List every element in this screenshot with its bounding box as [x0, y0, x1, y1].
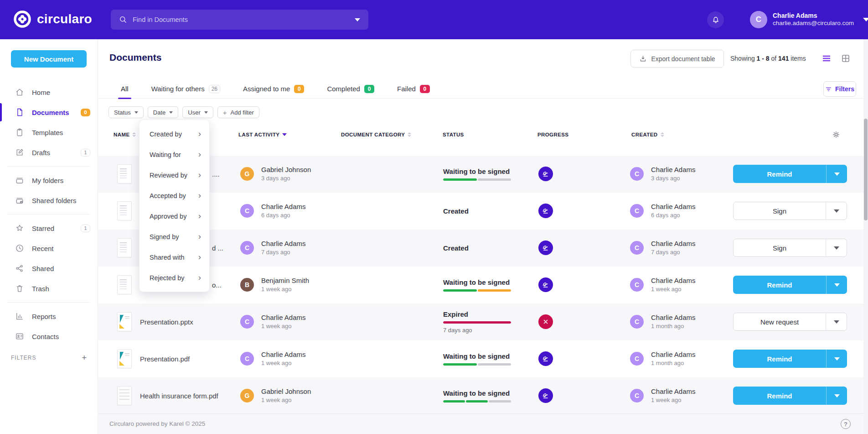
column-label: PROGRESS	[537, 132, 568, 137]
column-settings-gear-icon[interactable]	[832, 130, 841, 139]
scrollbar-thumb[interactable]	[864, 119, 868, 220]
action-remind-button[interactable]: Remind	[733, 276, 826, 294]
menu-item-waiting-for[interactable]: Waiting for›	[140, 144, 209, 165]
filter-chip-date[interactable]: Date	[148, 106, 178, 118]
column-header-document-category[interactable]: DOCUMENT CATEGORY	[341, 132, 411, 137]
menu-item-accepted-by[interactable]: Accepted by›	[140, 185, 209, 206]
document-row[interactable]: o... B Benjamin Smith 1 week ago Waiting…	[98, 267, 868, 303]
action-remind-button[interactable]: Remind	[733, 165, 826, 183]
progress-signature-icon	[538, 388, 553, 403]
sidebar-item-documents[interactable]: Documents0	[0, 102, 98, 122]
chevron-down-icon	[169, 111, 173, 114]
tab-all[interactable]: All	[121, 79, 129, 99]
document-thumbnail-icon	[117, 386, 132, 405]
brand-logo[interactable]: circularo	[14, 10, 92, 28]
sidebar-item-shared[interactable]: Shared	[0, 258, 98, 278]
status-label: Waiting to be signed	[443, 389, 516, 397]
action-sign-button[interactable]: Sign	[734, 239, 826, 256]
column-header-progress[interactable]: PROGRESS	[537, 132, 568, 137]
grid-view-button[interactable]	[841, 54, 850, 63]
document-name: Health insurance form.pdf	[140, 377, 218, 414]
progress-signature-icon	[538, 277, 553, 292]
sidebar-item-reports[interactable]: Reports	[0, 306, 98, 326]
global-search[interactable]	[111, 10, 368, 30]
status-progress-bar	[443, 321, 511, 324]
showing-total: 141	[778, 55, 789, 62]
search-scope-caret-icon[interactable]	[355, 18, 360, 21]
add-saved-filter-button[interactable]: +	[82, 354, 87, 362]
tab-failed[interactable]: Failed0	[397, 79, 430, 99]
menu-item-created-by[interactable]: Created by›	[140, 124, 209, 144]
action-remind-button[interactable]: Remind	[733, 350, 826, 368]
add-filter-button[interactable]: +Add filter	[217, 106, 259, 118]
column-header-last-activity[interactable]: LAST ACTIVITY	[238, 132, 287, 137]
progress-segment-orange	[478, 289, 512, 292]
tab-waiting-for-others[interactable]: Waiting for others26	[151, 79, 220, 99]
column-header-name[interactable]: NAME	[114, 132, 136, 137]
folder-shared-icon	[15, 196, 24, 205]
caret-down-icon	[834, 246, 839, 250]
sidebar-item-contacts[interactable]: Contacts	[0, 326, 98, 346]
menu-item-approved-by[interactable]: Approved by›	[140, 206, 209, 226]
column-header-created[interactable]: CREATED	[631, 132, 664, 137]
search-input[interactable]	[133, 16, 355, 23]
last-activity-avatar: B	[240, 278, 254, 292]
sidebar-item-trash[interactable]: Trash	[0, 278, 98, 298]
sidebar-item-recent[interactable]: Recent	[0, 238, 98, 258]
sidebar-item-starred[interactable]: Starred1	[0, 218, 98, 238]
created-avatar: C	[630, 204, 644, 218]
document-row[interactable]: d ... C Charlie Adams 7 days ago Created…	[98, 230, 868, 267]
menu-item-reviewed-by[interactable]: Reviewed by›	[140, 165, 209, 185]
document-name: Presentation.pdf	[140, 340, 190, 377]
chevron-right-icon: ›	[198, 232, 201, 241]
column-header-status[interactable]: STATUS	[443, 132, 464, 137]
action-dropdown-caret-button[interactable]	[826, 313, 847, 330]
action-dropdown-caret-button[interactable]	[826, 202, 847, 220]
created-name: Charlie Adams	[651, 387, 696, 396]
menu-item-label: Accepted by	[150, 192, 186, 199]
sidebar-item-shared-folders[interactable]: Shared folders	[0, 190, 98, 210]
sidebar-item-my-folders[interactable]: My folders	[0, 170, 98, 190]
menu-item-shared-with[interactable]: Shared with›	[140, 247, 209, 267]
action-sign-button[interactable]: Sign	[734, 202, 826, 220]
column-label: DOCUMENT CATEGORY	[341, 132, 405, 137]
progress-segment-red	[443, 321, 511, 324]
filter-chip-status[interactable]: Status	[108, 106, 144, 118]
chevron-right-icon: ›	[198, 129, 201, 138]
user-menu[interactable]: C Charlie Adams charlie.adams@circularo.…	[750, 11, 868, 28]
action-dropdown-caret-button[interactable]	[826, 276, 847, 294]
sidebar-item-templates[interactable]: Templates	[0, 122, 98, 142]
sidebar-item-drafts[interactable]: Drafts1	[0, 142, 98, 162]
help-button[interactable]: ?	[841, 419, 851, 429]
tab-label: Failed	[397, 85, 416, 93]
action-new-request-button[interactable]: New request	[734, 313, 826, 330]
action-dropdown-caret-button[interactable]	[826, 239, 847, 256]
sidebar-item-home[interactable]: Home	[0, 82, 98, 102]
export-document-table-button[interactable]: Export document table	[630, 50, 724, 68]
menu-item-signed-by[interactable]: Signed by›	[140, 226, 209, 247]
document-row[interactable]: Presentation.pdf C Charlie Adams 1 week …	[98, 340, 868, 377]
filters-button[interactable]: Filters	[823, 81, 856, 97]
document-row[interactable]: Health insurance form.pdf G Gabriel John…	[98, 377, 868, 414]
document-row[interactable]: Presentation.pptx C Charlie Adams 1 week…	[98, 303, 868, 340]
list-view-button[interactable]	[822, 54, 831, 63]
document-row[interactable]: .... G Gabriel Johnson 3 days ago Waitin…	[98, 156, 868, 193]
vertical-scrollbar[interactable]	[863, 39, 868, 434]
action-remind-button[interactable]: Remind	[733, 387, 826, 405]
last-activity-avatar: C	[240, 352, 254, 366]
tab-completed[interactable]: Completed0	[327, 79, 374, 99]
menu-item-label: Signed by	[150, 233, 179, 241]
tab-assigned-to-me[interactable]: Assigned to me0	[243, 79, 304, 99]
document-row[interactable]: C Charlie Adams 6 days ago Created C Cha…	[98, 193, 868, 230]
new-document-button[interactable]: New Document	[11, 50, 87, 68]
menu-item-rejected-by[interactable]: Rejected by›	[140, 267, 209, 288]
column-label: STATUS	[443, 132, 464, 137]
progress-segment-green	[443, 363, 477, 366]
footer-text: Circularo powered by Karel © 2025	[109, 420, 205, 427]
action-dropdown-caret-button[interactable]	[826, 387, 847, 405]
action-dropdown-caret-button[interactable]	[826, 165, 847, 183]
tab-count-badge: 26	[209, 85, 220, 93]
action-dropdown-caret-button[interactable]	[826, 350, 847, 368]
notifications-button[interactable]	[707, 11, 724, 28]
filter-chip-user[interactable]: User	[182, 106, 213, 118]
